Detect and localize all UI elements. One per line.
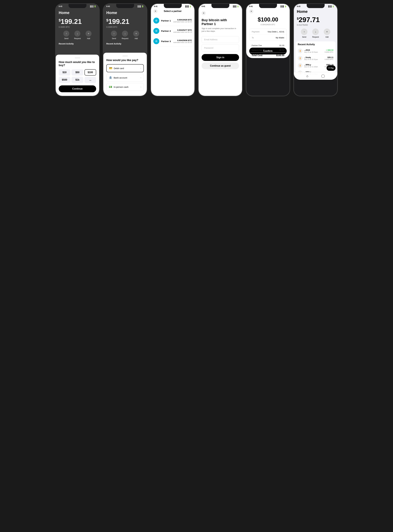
notch-6 <box>307 4 325 8</box>
partner-name-3: Partner 3 <box>161 40 171 43</box>
to-label-5: To <box>252 37 254 39</box>
bank-account-option[interactable]: 🏦 Bank account › <box>106 74 144 82</box>
add-label-6: Add <box>325 36 329 38</box>
send-btn-1[interactable]: ↑ Send <box>63 31 69 39</box>
buy-modal-1: How much would you like to buy? $10 $50 … <box>56 55 99 96</box>
add-icon-6: + <box>324 29 330 35</box>
tx-amount-2: $35.11 <box>325 56 334 59</box>
password-field-4[interactable] <box>201 44 239 51</box>
request-icon-1: ↓ <box>74 31 80 37</box>
send-icon-6: ↑ <box>301 29 307 35</box>
sign-in-button-4[interactable]: Sign in <box>201 54 239 61</box>
phone-1: 9:43 ▐▐▐ 🔋 Home $199.21 0.0085 BTC ↑ Sen… <box>55 4 99 96</box>
confirm-amount-5: $100.00 0.00419426 BTC <box>249 16 287 26</box>
partner-item-3[interactable]: Partner 3 0.00425936 BTC estimated total… <box>153 36 192 46</box>
btc-icon-2: ₿ <box>298 56 303 61</box>
cash-option[interactable]: 💵 In-person cash › <box>106 83 144 91</box>
payment-modal-2: How would you like pay? 💳 Debit card › 🏦… <box>103 53 147 96</box>
status-icons-3: ▐▐▐ 🔋 <box>185 5 192 7</box>
tab-bar-6: ⌂ ◯ <box>294 72 337 80</box>
total-label-5: Total Cost <box>252 54 262 57</box>
tx-address-3: ...WNLy <box>304 63 318 66</box>
request-btn-2[interactable]: ↓ Request <box>122 31 128 39</box>
total-row-5: Total Cost $100.00 <box>250 52 286 58</box>
amount-500[interactable]: $500 <box>59 77 70 83</box>
confirm-content-5: ✕ $100.00 0.00419426 BTC Payment Visa De… <box>246 8 290 58</box>
home-title-2: Home <box>106 10 144 15</box>
amount-100[interactable]: $100 <box>84 69 96 76</box>
add-btn-6[interactable]: + Add <box>324 29 330 38</box>
amount-1k[interactable]: $1k <box>72 77 83 83</box>
time-3: 9:41 <box>154 5 157 7</box>
pay-fab-6[interactable]: ⟳ Pay <box>327 65 335 71</box>
home-header-6: Home $297.71 0.01276492 ↑ Send ↓ Request… <box>294 8 337 40</box>
battery-icon-1: 🔋 <box>94 5 96 7</box>
balance-6: $297.71 <box>297 16 334 24</box>
tx-item-2[interactable]: ₿ ...5mdq July 23 at 10:31pm $35.11 0.00… <box>298 55 334 62</box>
payment-label-5: Payment <box>252 31 259 33</box>
balance-amount-1: $199.21 <box>59 17 96 25</box>
profile-tab-6[interactable]: ◯ <box>321 74 325 78</box>
request-icon-6: ↓ <box>312 29 319 35</box>
home-tab-6[interactable]: ⌂ <box>306 74 308 78</box>
signal-icon-6: ▐▐▐ <box>328 5 331 7</box>
battery-icon-2: 🔋 <box>142 5 144 7</box>
partner-btc-2: 0.00425277 BTC <box>173 29 192 31</box>
phone-5: 9:41 ▐▐▐ 🔋 ✕ $100.00 0.00419426 BTC Paym… <box>246 4 290 96</box>
buy-screen-4: ✕ Buy bitcoin with Partner 1 Sign in and… <box>199 8 242 96</box>
info-dot-5 <box>263 50 264 51</box>
battery-icon-4: 🔋 <box>237 5 239 7</box>
recent-label-1: Recent Activity <box>56 41 99 46</box>
btc-icon-3: ₿ <box>298 63 303 68</box>
nav-header-3: ✕ Select a partner <box>151 8 194 14</box>
send-btn-6[interactable]: ↑ Send <box>301 29 307 38</box>
add-icon-1: + <box>86 31 92 37</box>
balance-btc-2: 0.0085 BTC <box>106 26 144 28</box>
request-btn-6[interactable]: ↓ Request <box>312 29 319 38</box>
email-field-4[interactable] <box>201 36 239 43</box>
balance-num-1: 199.21 <box>61 18 82 25</box>
debit-card-option[interactable]: 💳 Debit card › <box>106 64 144 72</box>
debit-card-label: Debit card <box>114 67 124 69</box>
modal-handle-2 <box>123 56 128 56</box>
send-btn-2[interactable]: ↑ Send <box>111 31 117 39</box>
partner-item-2[interactable]: Partner 2 0.00425277 BTC estimated total… <box>153 26 192 36</box>
balance-btc-6: 0.01276492 <box>297 24 334 26</box>
tx-item-1[interactable]: ₿ ...2515 July 23 at 10:31pm + $98.50 0.… <box>298 47 334 55</box>
pay-icon-6: ⟳ <box>328 67 330 69</box>
fee-rows-5: Partner Fee $1.00 Network fee $1.50 Tota… <box>249 43 287 58</box>
amount-more[interactable]: ... <box>84 77 96 83</box>
request-label-6: Request <box>312 36 319 38</box>
tx-btc-2: 0.0015 BTC <box>325 59 334 60</box>
add-btn-2[interactable]: + Add <box>133 31 139 39</box>
amount-10[interactable]: $10 <box>59 69 70 76</box>
phone-6: 9:43 ▐▐▐ 🔋 Home $297.71 0.01276492 ↑ Sen… <box>294 4 338 96</box>
debit-card-icon: 💳 <box>109 67 112 70</box>
add-label-1: Add <box>87 38 90 39</box>
home-title-6: Home <box>297 9 334 14</box>
partner-avatar-1 <box>153 18 159 24</box>
close-btn-3[interactable]: ✕ <box>153 9 157 13</box>
partner-name-1: Partner 1 <box>161 20 171 22</box>
home-header-2: Home $199.21 0.0085 BTC ↑ Send ↓ Request… <box>103 8 147 41</box>
battery-icon-3: 🔋 <box>189 5 192 7</box>
guest-button-4[interactable]: Continue as guest <box>201 62 239 69</box>
signal-icon-3: ▐▐▐ <box>185 5 189 7</box>
close-btn-4[interactable]: ✕ <box>201 11 206 15</box>
notch-1 <box>69 4 86 8</box>
continue-button-1[interactable]: Continue <box>59 85 96 92</box>
notch-3 <box>164 4 182 8</box>
btc-icon-1: ₿ <box>298 49 303 53</box>
partner-btc-1: 0.00419426 BTC <box>173 19 192 21</box>
confirm-btc-5: 0.00419426 BTC <box>249 24 287 26</box>
time-6: 9:43 <box>297 5 300 7</box>
bank-label: Bank account <box>114 76 127 79</box>
close-btn-5[interactable]: ✕ <box>249 9 253 13</box>
request-btn-1[interactable]: ↓ Request <box>74 31 81 39</box>
payment-value-5: Visa Debit (...4214) <box>268 31 284 33</box>
partner-fee-label-5: Partner Fee <box>252 44 262 47</box>
pay-label-6: Pay <box>330 67 334 69</box>
add-btn-1[interactable]: + Add <box>86 31 92 39</box>
amount-50[interactable]: $50 <box>72 69 83 76</box>
partner-item-1[interactable]: Partner 1 0.00419426 BTC estimated total… <box>153 15 192 26</box>
